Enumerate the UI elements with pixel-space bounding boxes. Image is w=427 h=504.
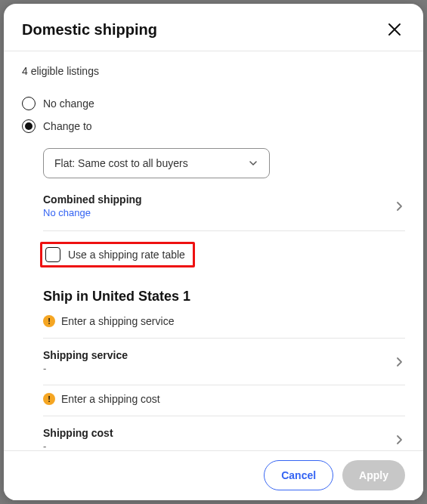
shipping-cost-row[interactable]: Shipping cost - bbox=[43, 427, 405, 450]
shipping-service-row[interactable]: Shipping service - bbox=[43, 349, 405, 385]
shipping-service-value: - bbox=[43, 363, 128, 374]
radio-icon-selected bbox=[22, 119, 36, 133]
radio-label: Change to bbox=[43, 120, 92, 132]
chevron-right-icon bbox=[393, 356, 405, 368]
warning-text: Enter a shipping service bbox=[61, 315, 174, 327]
combined-shipping-value: No change bbox=[43, 207, 142, 218]
close-icon bbox=[388, 23, 401, 36]
use-rate-table-checkbox[interactable]: Use a shipping rate table bbox=[40, 242, 195, 267]
select-value: Flat: Same cost to all buyers bbox=[54, 157, 188, 169]
radio-no-change[interactable]: No change bbox=[22, 92, 405, 115]
warning-text: Enter a shipping cost bbox=[61, 393, 160, 405]
radio-label: No change bbox=[43, 97, 94, 110]
rate-table-label: Use a shipping rate table bbox=[68, 249, 185, 261]
domestic-shipping-modal: Domestic shipping 4 eligible listings No… bbox=[4, 4, 423, 500]
combined-shipping-label: Combined shipping bbox=[43, 193, 142, 206]
modal-title: Domestic shipping bbox=[22, 21, 157, 39]
eligible-listings: 4 eligible listings bbox=[22, 51, 405, 92]
warning-service: ! Enter a shipping service bbox=[43, 315, 405, 339]
warning-cost: ! Enter a shipping cost bbox=[43, 393, 405, 416]
warning-icon: ! bbox=[43, 393, 55, 405]
combined-shipping-row[interactable]: Combined shipping No change bbox=[43, 193, 405, 231]
ship-section-title: Ship in United States 1 bbox=[43, 289, 405, 305]
apply-button[interactable]: Apply bbox=[342, 460, 405, 490]
modal-footer: Cancel Apply bbox=[4, 450, 423, 500]
modal-body[interactable]: 4 eligible listings No change Change to … bbox=[4, 51, 423, 450]
checkbox-icon bbox=[45, 247, 60, 262]
chevron-right-icon bbox=[393, 434, 405, 446]
radio-change-to[interactable]: Change to bbox=[22, 115, 405, 138]
warning-icon: ! bbox=[43, 315, 55, 327]
modal-header: Domestic shipping bbox=[4, 4, 423, 51]
shipping-cost-value: - bbox=[43, 441, 113, 450]
close-button[interactable] bbox=[384, 19, 405, 40]
chevron-right-icon bbox=[393, 200, 405, 212]
radio-icon bbox=[22, 97, 36, 110]
chevron-down-icon bbox=[248, 158, 258, 169]
shipping-service-label: Shipping service bbox=[43, 349, 128, 361]
shipping-type-select[interactable]: Flat: Same cost to all buyers bbox=[43, 148, 270, 178]
cancel-button[interactable]: Cancel bbox=[264, 460, 333, 490]
shipping-cost-label: Shipping cost bbox=[43, 427, 113, 439]
